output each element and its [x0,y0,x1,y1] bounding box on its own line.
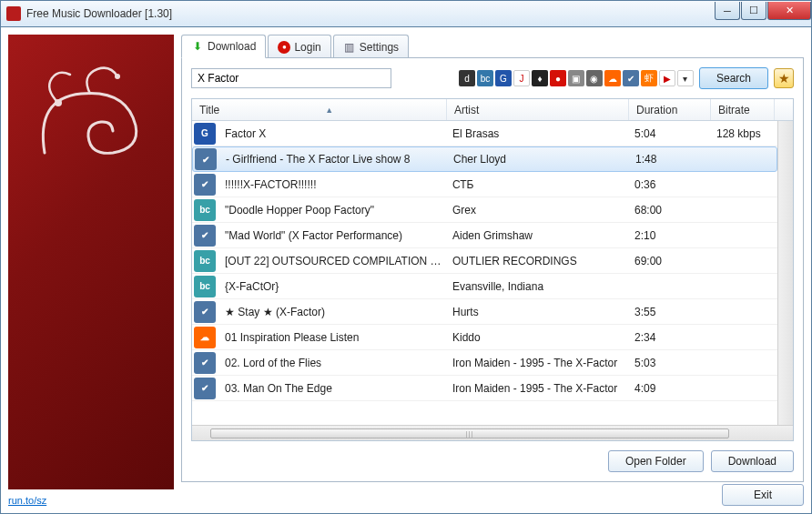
window-title: Free Music Downloader [1.30] [26,7,714,20]
cell-duration: 0:36 [629,178,711,191]
table-body: GFactor XEl Brasas5:04128 kbps✔- Girlfri… [192,121,777,425]
sort-asc-icon: ▲ [325,106,333,115]
table-row[interactable]: bc"Doodle Hopper Poop Factory"Grex68:00 [192,197,777,223]
scrollbar-thumb[interactable] [210,428,729,438]
horizontal-scrollbar[interactable] [192,425,793,440]
cell-duration: 2:34 [629,331,711,344]
cell-title: "Doodle Hopper Poop Factory" [219,204,447,217]
app-icon [6,6,21,21]
cell-title: "Mad World" (X Factor Performance) [219,229,447,242]
cell-title: - Girlfriend - The X Factor Live show 8 [220,153,448,166]
source-vk-icon[interactable]: ✔ [623,70,639,86]
column-title-label: Title [199,104,219,116]
cell-duration: 5:03 [629,357,711,369]
cell-title: Factor X [219,127,447,140]
cell-artist: Iron Maiden - 1995 - The X-Factor [447,382,629,395]
results-table: Title ▲ Artist Duration Bitrate GFactor … [191,98,794,441]
source-audio-icon[interactable]: ▣ [568,70,584,86]
row-source-icon: ✔ [193,146,218,172]
cell-title: [OUT 22] OUTSOURCED COMPILATION VOL.3 [219,255,447,267]
column-artist[interactable]: Artist [447,99,629,120]
svg-point-0 [55,99,62,106]
cell-duration: 2:10 [629,229,711,242]
source-lastfm-icon[interactable]: ● [550,70,566,86]
source-youtube-icon[interactable]: ▶ [659,70,675,86]
download-arrow-icon: ⬇ [191,40,204,53]
footer-link[interactable]: run.to/sz [8,495,174,506]
open-folder-button[interactable]: Open Folder [608,450,704,472]
titlebar[interactable]: Free Music Downloader [1.30] ─ ☐ ✕ [0,0,812,27]
table-row[interactable]: bc{X-FaCtOr}Evansville, Indiana [192,274,777,299]
window-body: run.to/sz ⬇ Download ● Login ▥ Settings … [0,27,812,514]
row-source-icon: bc [192,197,218,223]
settings-icon: ▥ [343,41,356,54]
search-button[interactable]: Search [699,67,768,89]
source-mp3skull-icon[interactable]: ♦ [532,70,548,86]
actions-row: Open Folder Download [191,450,794,472]
cell-artist: Grex [447,204,629,217]
row-source-icon: ✔ [192,223,218,248]
source-sound-icon[interactable]: ◉ [586,70,603,86]
cell-artist: Aiden Grimshaw [447,229,629,242]
bottom-row: Exit [181,482,804,506]
row-source-icon: bc [192,274,218,299]
row-source-icon: bc [192,248,218,274]
column-duration[interactable]: Duration [629,99,711,120]
table-row[interactable]: ✔★ Stay ★ (X-Factor)Hurts3:55 [192,299,777,325]
tab-settings[interactable]: ▥ Settings [333,35,409,58]
table-row[interactable]: bc[OUT 22] OUTSOURCED COMPILATION VOL.3O… [192,248,777,274]
maximize-button[interactable]: ☐ [741,2,766,20]
table-row[interactable]: ✔"Mad World" (X Factor Performance)Aiden… [192,223,777,248]
source-more-icon[interactable]: ▾ [677,70,694,86]
tab-login[interactable]: ● Login [268,35,330,58]
swirl-decoration-icon [26,62,163,180]
cell-artist: OUTLIER RECORDINGS [447,255,629,267]
column-title[interactable]: Title ▲ [192,99,447,120]
tab-download[interactable]: ⬇ Download [181,35,266,58]
sidebar-banner [8,35,174,489]
cell-title: 01 Inspiration Please Listen [219,331,447,344]
table-row[interactable]: ✔03. Man On The EdgeIron Maiden - 1995 -… [192,376,777,401]
column-bitrate[interactable]: Bitrate [711,99,775,120]
search-input[interactable] [191,68,391,88]
cell-title: !!!!!!X-FACTOR!!!!!! [219,178,447,191]
cell-artist: El Brasas [447,127,629,140]
source-soundcloud-icon[interactable]: ☁ [604,70,621,86]
cell-duration: 1:48 [630,153,712,166]
cell-artist: Iron Maiden - 1995 - The X-Factor [447,357,629,369]
row-source-icon: ✔ [192,299,218,325]
cell-artist: СТБ [447,178,629,191]
table-row[interactable]: ✔02. Lord of the FliesIron Maiden - 1995… [192,350,777,376]
cell-title: 02. Lord of the Flies [219,357,447,369]
exit-button[interactable]: Exit [722,484,804,506]
download-button[interactable]: Download [711,450,794,472]
cell-artist: Cher Lloyd [448,153,630,166]
source-jamendo-icon[interactable]: J [513,70,530,86]
minimize-button[interactable]: ─ [715,2,740,20]
cell-duration: 68:00 [629,204,711,217]
source-bandcamp-icon[interactable]: bc [477,70,493,86]
cell-title: 03. Man On The Edge [219,382,447,395]
vertical-scrollbar[interactable] [777,121,793,425]
svg-point-1 [115,74,120,79]
table-row[interactable]: ✔!!!!!!X-FACTOR!!!!!!СТБ0:36 [192,172,777,197]
source-grooveshark-icon[interactable]: G [495,70,512,86]
cell-bitrate: 128 kbps [711,127,775,140]
tab-login-label: Login [294,41,320,54]
cell-artist: Hurts [447,306,629,318]
sidebar-area: run.to/sz [8,35,174,506]
cell-duration: 5:04 [629,127,711,140]
cell-title: ★ Stay ★ (X-Factor) [219,306,447,318]
table-row[interactable]: ✔- Girlfriend - The X Factor Live show 8… [192,146,777,172]
row-source-icon: ☁ [192,325,218,350]
source-xiami-icon[interactable]: 虾 [641,70,657,86]
main-area: ⬇ Download ● Login ▥ Settings dbcGJ♦●▣◉☁… [181,35,804,506]
source-prostopleer-icon[interactable]: d [459,70,475,86]
tab-settings-label: Settings [360,41,399,54]
table-row[interactable]: GFactor XEl Brasas5:04128 kbps [192,121,777,146]
cell-title: {X-FaCtOr} [219,280,447,293]
cell-duration: 3:55 [629,306,711,318]
close-button[interactable]: ✕ [767,2,811,20]
table-row[interactable]: ☁01 Inspiration Please ListenKiddo2:34 [192,325,777,350]
favorite-button[interactable]: ★ [774,68,794,88]
